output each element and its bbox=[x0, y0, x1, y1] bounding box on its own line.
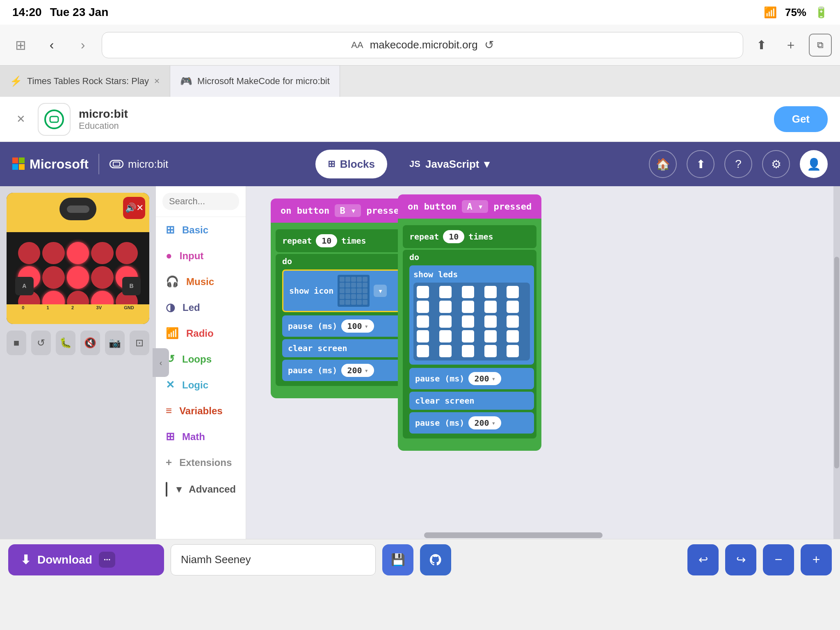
toolbox-item-logic[interactable]: ✕ Logic bbox=[156, 372, 246, 398]
leds-grid[interactable] bbox=[413, 283, 530, 361]
toolbox-item-extensions[interactable]: + Extensions bbox=[156, 450, 246, 475]
toolbox-item-led[interactable]: ◑ Led bbox=[156, 294, 246, 320]
icon-cell bbox=[351, 277, 356, 282]
sim-led bbox=[18, 242, 40, 264]
vertical-scrollbar[interactable] bbox=[833, 186, 840, 539]
settings-button[interactable]: ⚙ bbox=[762, 150, 790, 178]
redo-button[interactable]: ↪ bbox=[725, 544, 756, 575]
aa-label[interactable]: AA bbox=[351, 40, 363, 50]
undo-button[interactable]: ↩ bbox=[687, 544, 719, 575]
icon-cell bbox=[357, 277, 362, 282]
icon-cell bbox=[363, 283, 368, 288]
pause-100-block-b: pause (ms) 100 ▾ bbox=[282, 315, 407, 337]
blocks-canvas[interactable]: on button B ▾ pressed repeat 10 times do… bbox=[246, 186, 840, 539]
back-button[interactable]: ‹ bbox=[39, 33, 64, 57]
toolbox-item-basic[interactable]: ⊞ Basic bbox=[156, 217, 246, 243]
icon-cell bbox=[340, 277, 345, 282]
get-app-button[interactable]: Get bbox=[774, 106, 828, 132]
help-button[interactable]: ? bbox=[724, 150, 752, 178]
toolbox-item-input[interactable]: ● Input bbox=[156, 243, 246, 269]
zoom-in-button[interactable]: + bbox=[801, 544, 832, 575]
pause-200-dropdown-b[interactable]: ▾ bbox=[365, 367, 369, 374]
save-button[interactable]: 💾 bbox=[382, 544, 413, 575]
share-button[interactable]: ⬆ bbox=[687, 150, 714, 178]
button-a-dropdown[interactable]: A ▾ bbox=[462, 200, 488, 213]
download-more-button[interactable]: ··· bbox=[99, 552, 116, 568]
tab-makecode[interactable]: 🎮 Microsoft MakeCode for micro:bit bbox=[170, 66, 340, 97]
new-tab-button[interactable]: ＋ bbox=[779, 34, 802, 57]
led-cell bbox=[439, 301, 452, 313]
address-bar[interactable]: AA makecode.microbit.org ↺ bbox=[102, 32, 743, 58]
sim-mute-button[interactable]: 🔇 bbox=[80, 331, 100, 355]
sim-expand-button[interactable]: ⊡ bbox=[130, 331, 149, 355]
home-button[interactable]: 🏠 bbox=[649, 150, 677, 178]
pause-200-dropdown-a1[interactable]: ▾ bbox=[492, 375, 496, 383]
sim-restart-button[interactable]: ↺ bbox=[31, 331, 51, 355]
reload-icon[interactable]: ↺ bbox=[484, 38, 494, 52]
forward-button[interactable]: › bbox=[71, 33, 95, 57]
sim-red-button[interactable]: 🔊✕ bbox=[123, 197, 145, 219]
sim-button-b[interactable]: B bbox=[122, 277, 141, 295]
tabs-button[interactable]: ⧉ bbox=[809, 34, 832, 57]
toolbox-item-radio[interactable]: 📶 Radio bbox=[156, 320, 246, 346]
pause-ms-label-b1: pause (ms) bbox=[288, 321, 337, 331]
svg-point-0 bbox=[45, 110, 63, 128]
do-block-a: do show leds bbox=[403, 250, 536, 438]
tab-times-tables[interactable]: ⚡ Times Tables Rock Stars: Play ✕ bbox=[0, 66, 170, 97]
advanced-chevron-icon: ▾ bbox=[176, 484, 181, 495]
sim-button-a[interactable]: A bbox=[15, 277, 34, 295]
github-icon bbox=[429, 553, 442, 566]
share-button[interactable]: ⬆ bbox=[750, 34, 773, 57]
status-bar: 14:20 Tue 23 Jan 📶 75% 🔋 bbox=[0, 0, 840, 25]
loops-label: Loops bbox=[182, 354, 212, 365]
button-b-dropdown[interactable]: B ▾ bbox=[335, 204, 361, 217]
toolbox-item-variables[interactable]: ≡ Variables bbox=[156, 398, 246, 424]
search-input[interactable] bbox=[169, 196, 246, 207]
sim-controls: ■ ↺ 🐛 🔇 📷 ⊡ bbox=[7, 331, 149, 355]
led-cell bbox=[462, 301, 474, 313]
pause-100-dropdown[interactable]: ▾ bbox=[365, 322, 369, 330]
sidebar-toggle-button[interactable]: ⊞ bbox=[8, 33, 33, 57]
blocks-tab[interactable]: ⊞ Blocks bbox=[315, 150, 387, 178]
javascript-tab[interactable]: JS JavaScript ▾ bbox=[397, 150, 502, 178]
download-button[interactable]: ⬇ Download ··· bbox=[8, 544, 164, 575]
sim-debug-button[interactable]: 🐛 bbox=[56, 331, 75, 355]
sim-stop-button[interactable]: ■ bbox=[7, 331, 26, 355]
toolbox-item-advanced[interactable]: ▾ Advanced bbox=[156, 475, 246, 503]
sim-led bbox=[91, 266, 113, 288]
sim-screenshot-button[interactable]: 📷 bbox=[105, 331, 125, 355]
led-cell bbox=[484, 330, 497, 342]
pause-ms-label-a1: pause (ms) bbox=[415, 374, 464, 383]
math-icon: ⊞ bbox=[166, 430, 175, 443]
led-cell bbox=[507, 315, 519, 328]
pause-200-block-b: pause (ms) 200 ▾ bbox=[282, 360, 407, 381]
toolbox-item-music[interactable]: 🎧 Music bbox=[156, 269, 246, 294]
repeat-count-a: 10 bbox=[443, 230, 464, 243]
banner-close-button[interactable]: ✕ bbox=[12, 109, 30, 130]
toolbox-item-loops[interactable]: ↺ Loops bbox=[156, 346, 246, 372]
icon-dropdown[interactable]: ▾ bbox=[374, 285, 387, 297]
pause-ms-label-a2: pause (ms) bbox=[415, 418, 464, 428]
chevron-down-icon: ▾ bbox=[484, 158, 489, 171]
led-cell bbox=[439, 315, 452, 328]
zoom-out-button[interactable]: − bbox=[763, 544, 794, 575]
toolbox-item-math[interactable]: ⊞ Math bbox=[156, 424, 246, 450]
app-name: micro:bit bbox=[79, 107, 766, 121]
led-cell bbox=[417, 330, 429, 342]
pressed-label-a: pressed bbox=[493, 201, 532, 212]
horizontal-scrollbar[interactable] bbox=[246, 532, 840, 539]
basic-icon: ⊞ bbox=[166, 224, 175, 236]
led-cell bbox=[507, 301, 519, 313]
collapse-simulator-button[interactable]: ‹ bbox=[153, 348, 169, 377]
horizontal-scrollbar-thumb[interactable] bbox=[424, 532, 602, 538]
pause-200-pill-a1: 200 ▾ bbox=[468, 372, 501, 385]
pause-200-block-a1: pause (ms) 200 ▾ bbox=[409, 368, 534, 389]
project-name-input[interactable] bbox=[171, 544, 376, 575]
github-button[interactable] bbox=[420, 544, 451, 575]
vertical-scrollbar-thumb[interactable] bbox=[834, 257, 839, 468]
user-button[interactable]: 👤 bbox=[800, 150, 828, 178]
tab-close-ttrs[interactable]: ✕ bbox=[154, 77, 160, 86]
block-a-header: on button A ▾ pressed bbox=[398, 194, 541, 219]
icon-cell bbox=[340, 300, 345, 305]
pause-200-dropdown-a2[interactable]: ▾ bbox=[492, 419, 496, 427]
